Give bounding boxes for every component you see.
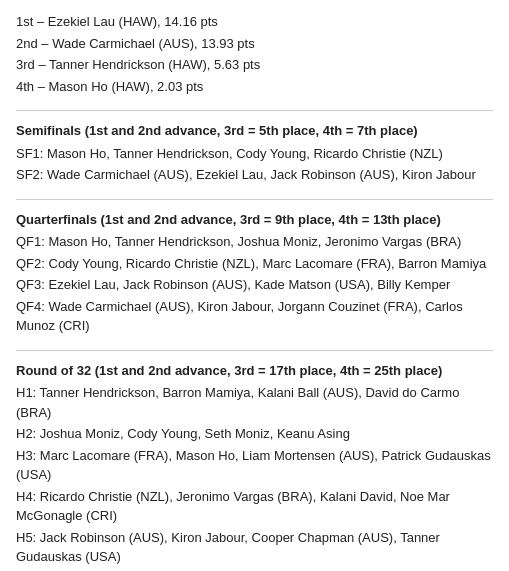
semifinals-section: Semifinals (1st and 2nd advance, 3rd = 5… (16, 121, 493, 185)
quarterfinals-section: Quarterfinals (1st and 2nd advance, 3rd … (16, 210, 493, 336)
third-place: 3rd – Tanner Hendrickson (HAW), 5.63 pts (16, 55, 493, 75)
fourth-place: 4th – Mason Ho (HAW), 2.03 pts (16, 77, 493, 97)
round-of-32-header: Round of 32 (1st and 2nd advance, 3rd = … (16, 361, 493, 381)
quarterfinals-content: QF1: Mason Ho, Tanner Hendrickson, Joshu… (16, 232, 493, 336)
h1: H1: Tanner Hendrickson, Barron Mamiya, K… (16, 383, 493, 422)
second-place: 2nd – Wade Carmichael (AUS), 13.93 pts (16, 34, 493, 54)
final-results-section: 1st – Ezekiel Lau (HAW), 14.16 pts 2nd –… (16, 12, 493, 96)
semifinals-header: Semifinals (1st and 2nd advance, 3rd = 5… (16, 121, 493, 141)
h2: H2: Joshua Moniz, Cody Young, Seth Moniz… (16, 424, 493, 444)
semifinals-content: SF1: Mason Ho, Tanner Hendrickson, Cody … (16, 144, 493, 185)
h3: H3: Marc Lacomare (FRA), Mason Ho, Liam … (16, 446, 493, 485)
divider-1 (16, 110, 493, 111)
divider-2 (16, 199, 493, 200)
qf3: QF3: Ezekiel Lau, Jack Robinson (AUS), K… (16, 275, 493, 295)
round-of-32-content: H1: Tanner Hendrickson, Barron Mamiya, K… (16, 383, 493, 571)
h4: H4: Ricardo Christie (NZL), Jeronimo Var… (16, 487, 493, 526)
qf4: QF4: Wade Carmichael (AUS), Kiron Jabour… (16, 297, 493, 336)
page-container: 1st – Ezekiel Lau (HAW), 14.16 pts 2nd –… (16, 12, 493, 571)
quarterfinals-header: Quarterfinals (1st and 2nd advance, 3rd … (16, 210, 493, 230)
round-of-32-section: Round of 32 (1st and 2nd advance, 3rd = … (16, 361, 493, 572)
sf2: SF2: Wade Carmichael (AUS), Ezekiel Lau,… (16, 165, 493, 185)
h5: H5: Jack Robinson (AUS), Kiron Jabour, C… (16, 528, 493, 567)
sf1: SF1: Mason Ho, Tanner Hendrickson, Cody … (16, 144, 493, 164)
qf2: QF2: Cody Young, Ricardo Christie (NZL),… (16, 254, 493, 274)
divider-3 (16, 350, 493, 351)
first-place: 1st – Ezekiel Lau (HAW), 14.16 pts (16, 12, 493, 32)
qf1: QF1: Mason Ho, Tanner Hendrickson, Joshu… (16, 232, 493, 252)
